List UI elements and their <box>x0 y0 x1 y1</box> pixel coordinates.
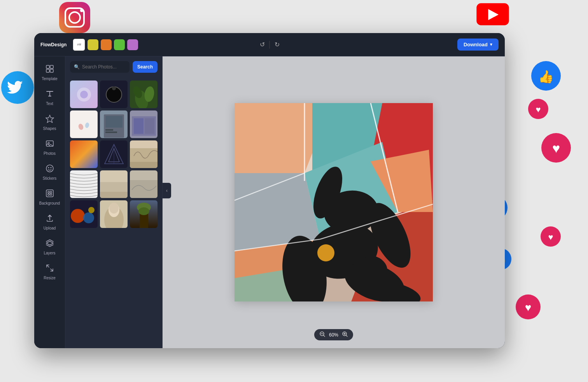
svg-rect-35 <box>50 194 52 195</box>
youtube-icon <box>473 0 512 29</box>
sidebar-item-photos[interactable]: Photos <box>37 136 62 159</box>
search-bar: 🔍 Search <box>65 56 162 77</box>
heart-icon-3: ♥ <box>540 226 562 247</box>
svg-rect-21 <box>46 65 49 68</box>
twitter-icon <box>0 70 35 105</box>
color-hex-label: #fff <box>77 43 81 46</box>
svg-rect-24 <box>50 69 53 72</box>
photo-thumb-6[interactable] <box>130 110 158 138</box>
svg-point-38 <box>80 91 88 98</box>
svg-rect-23 <box>46 69 49 72</box>
canvas-area: 60% <box>163 56 505 348</box>
svg-point-3 <box>80 9 83 12</box>
zoom-in-button[interactable] <box>342 331 348 338</box>
svg-rect-70 <box>100 192 128 198</box>
svg-text:♥: ♥ <box>536 105 541 114</box>
svg-rect-22 <box>50 65 53 68</box>
template-icon <box>46 65 54 75</box>
svg-point-84 <box>138 207 149 215</box>
svg-point-29 <box>48 167 49 168</box>
resize-label: Resize <box>44 276 56 280</box>
photo-thumb-10[interactable] <box>70 170 98 198</box>
photo-thumb-12[interactable] <box>130 170 158 198</box>
sidebar-item-text[interactable]: Text <box>37 86 62 109</box>
redo-button[interactable]: ↻ <box>273 39 281 50</box>
text-icon <box>46 89 54 100</box>
photos-label: Photos <box>44 151 56 156</box>
svg-rect-33 <box>50 191 52 193</box>
background-label: Background <box>39 201 60 205</box>
template-label: Template <box>42 77 58 81</box>
svg-point-30 <box>50 167 51 168</box>
design-canvas[interactable] <box>234 103 433 301</box>
photo-thumb-4[interactable] <box>70 110 98 138</box>
resize-icon <box>46 264 54 274</box>
text-label: Text <box>46 102 53 106</box>
svg-rect-34 <box>48 194 49 195</box>
svg-point-76 <box>88 207 94 213</box>
photo-thumb-5[interactable] <box>100 110 128 138</box>
photo-thumb-14[interactable] <box>100 200 128 228</box>
layers-label: Layers <box>44 251 55 255</box>
heart-icon-4: ♥ <box>515 294 541 320</box>
download-button[interactable]: Download <box>457 39 499 51</box>
sidebar-item-upload[interactable]: Upload <box>37 210 62 234</box>
photo-thumb-9[interactable] <box>130 140 158 168</box>
svg-rect-0 <box>59 2 90 33</box>
shapes-icon <box>46 114 54 125</box>
svg-point-42 <box>112 86 116 90</box>
sidebar-item-resize[interactable]: Resize <box>37 260 62 284</box>
svg-rect-58 <box>145 118 154 134</box>
sidebar-item-background[interactable]: Background <box>37 186 62 209</box>
main-content: Template Text Shapes <box>34 56 505 348</box>
svg-rect-47 <box>70 110 98 138</box>
svg-rect-66 <box>130 162 158 168</box>
panel-collapse-button[interactable]: ‹ <box>163 183 171 198</box>
svg-point-75 <box>83 212 94 223</box>
photo-thumb-11[interactable] <box>100 170 128 198</box>
app-window: FlowDesign #fff ↺ ↻ Download <box>34 33 505 348</box>
zoom-out-button[interactable] <box>320 331 325 338</box>
header: FlowDesign #fff ↺ ↻ Download <box>34 33 505 56</box>
undo-redo-divider <box>270 41 270 49</box>
sidebar-item-layers[interactable]: Layers <box>37 235 62 259</box>
search-input-wrap: 🔍 <box>70 61 130 73</box>
svg-point-28 <box>46 165 53 172</box>
svg-text:👍: 👍 <box>538 69 554 84</box>
svg-point-80 <box>109 203 119 214</box>
svg-rect-32 <box>48 191 49 193</box>
svg-text:♥: ♥ <box>552 141 560 156</box>
photo-thumb-1[interactable] <box>70 81 98 108</box>
instagram-icon <box>55 0 102 35</box>
layers-icon <box>46 239 54 249</box>
color-swatch-white[interactable]: #fff <box>73 39 85 51</box>
photo-thumb-15[interactable] <box>130 200 158 228</box>
undo-redo-controls: ↺ ↻ <box>258 39 281 50</box>
search-icon: 🔍 <box>74 64 80 70</box>
background-icon <box>46 189 54 200</box>
photo-thumb-8[interactable] <box>100 140 128 168</box>
color-swatch-purple[interactable] <box>127 39 138 50</box>
color-swatch-green[interactable] <box>114 39 125 50</box>
photo-thumb-2[interactable] <box>100 81 128 108</box>
upload-label: Upload <box>44 226 56 230</box>
like-icon-1: 👍 <box>530 60 562 91</box>
color-swatch-orange[interactable] <box>101 39 112 50</box>
sidebar-item-stickers[interactable]: Stickers <box>37 161 62 184</box>
svg-text:♥: ♥ <box>548 232 553 242</box>
photos-panel: 🔍 Search <box>65 56 163 348</box>
search-input[interactable] <box>82 61 126 73</box>
zoom-value: 60% <box>329 332 338 338</box>
svg-marker-25 <box>46 115 54 123</box>
search-button[interactable]: Search <box>133 61 158 73</box>
color-swatch-yellow[interactable] <box>88 39 98 50</box>
svg-rect-53 <box>105 129 113 131</box>
photo-thumb-13[interactable] <box>70 200 98 228</box>
logo: FlowDesign <box>40 42 66 47</box>
svg-rect-54 <box>105 131 117 133</box>
photo-thumb-3[interactable] <box>130 81 158 108</box>
sidebar-item-shapes[interactable]: Shapes <box>37 111 62 134</box>
photo-thumb-7[interactable] <box>70 140 98 168</box>
undo-button[interactable]: ↺ <box>258 39 266 50</box>
sidebar-item-template[interactable]: Template <box>37 61 62 84</box>
